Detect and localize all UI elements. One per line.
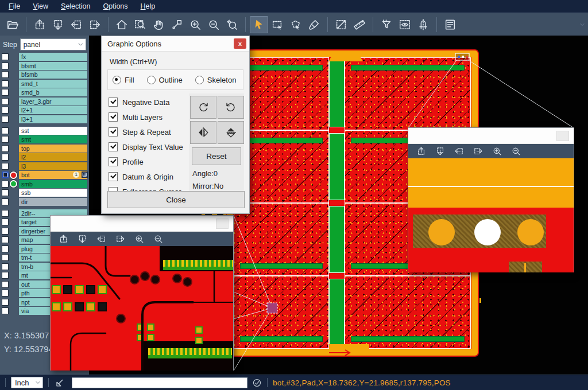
clear-brush-button[interactable]	[305, 16, 323, 33]
pan-hand-button[interactable]	[149, 16, 168, 33]
menu-view[interactable]: View	[26, 0, 55, 13]
filter-button[interactable]	[377, 16, 396, 33]
magnifier-window-right[interactable]	[408, 127, 574, 272]
shift-up-button[interactable]	[30, 16, 49, 33]
zoom-out-button[interactable]	[152, 233, 164, 245]
flip-horizontal-button[interactable]	[190, 121, 216, 144]
layer-checkbox[interactable]	[2, 80, 9, 87]
toolbar-overflow-icon[interactable]	[579, 21, 586, 28]
layer-checkbox[interactable]	[2, 228, 9, 235]
layer-row-bfsmb[interactable]: bfsmb	[0, 71, 89, 79]
layer-name[interactable]: bfsmb	[19, 71, 87, 79]
layer-name[interactable]: l3	[19, 162, 87, 170]
layer-checkbox[interactable]	[2, 71, 9, 78]
shift-left-button[interactable]	[95, 233, 107, 245]
command-input[interactable]	[72, 377, 247, 388]
magnifier-content[interactable]	[51, 246, 233, 370]
menu-help[interactable]: Help	[134, 0, 162, 13]
layer-name[interactable]: l3+1	[19, 115, 87, 123]
open-file-button[interactable]	[3, 16, 22, 33]
unit-select[interactable]: Inch	[11, 377, 43, 388]
checkbox-step-repeat[interactable]: Step & Repeat	[109, 124, 183, 139]
layer-row-dir[interactable]: dir	[0, 198, 89, 206]
layer-name[interactable]: layer_3.gbr	[19, 98, 87, 106]
layer-checkbox[interactable]	[2, 307, 9, 314]
layer-row-bot[interactable]: bot1	[0, 171, 89, 179]
dialog-titlebar[interactable]: Graphic Options x	[102, 36, 249, 52]
layer-name[interactable]: top	[19, 145, 87, 153]
layer-checkbox[interactable]	[2, 127, 9, 134]
layer-name[interactable]: ssb	[19, 189, 87, 197]
layer-checkbox[interactable]	[2, 98, 9, 105]
layer-row-smb[interactable]: smb	[0, 180, 89, 188]
shift-up-button[interactable]	[415, 146, 427, 157]
layer-checkbox[interactable]	[2, 145, 9, 152]
layer-checkbox[interactable]	[2, 116, 9, 123]
snap-button[interactable]	[414, 16, 432, 33]
shift-right-button[interactable]	[114, 233, 126, 245]
checkbox-profile[interactable]: Profile	[109, 154, 183, 169]
shift-left-button[interactable]	[453, 146, 465, 157]
layer-checkbox[interactable]	[2, 53, 9, 60]
layer-row-l2[interactable]: l2	[0, 153, 89, 161]
magnifier-titlebar[interactable]	[408, 128, 574, 144]
layer-row-l3+1[interactable]: l3+1	[0, 115, 89, 123]
popup-close-button[interactable]	[556, 131, 569, 141]
shift-right-button[interactable]	[472, 146, 483, 157]
layer-checkbox[interactable]	[2, 89, 9, 96]
checkbox-negative-data[interactable]: Negative Data	[109, 95, 183, 110]
zoom-in-button[interactable]	[186, 16, 204, 33]
layer-checkbox[interactable]	[2, 181, 9, 188]
select-cursor-button[interactable]	[250, 16, 268, 33]
layer-row-sst[interactable]: sst	[0, 127, 89, 135]
layer-checkbox[interactable]	[2, 281, 9, 288]
layer-checkbox[interactable]	[2, 254, 9, 261]
layer-name[interactable]: sst	[19, 127, 87, 135]
close-button[interactable]: Close	[107, 191, 245, 208]
zoom-window-button[interactable]	[131, 16, 149, 33]
layer-checkbox[interactable]	[2, 163, 9, 170]
layer-row-smd_b[interactable]: smd_b	[0, 88, 89, 96]
layer-checkbox[interactable]	[2, 189, 9, 196]
layer-grid-icon[interactable]	[82, 171, 88, 178]
layer-name[interactable]: dir	[19, 198, 87, 206]
popup-close-button[interactable]	[216, 219, 229, 229]
layer-checkbox[interactable]	[2, 299, 9, 306]
magnifier-window-bottom[interactable]	[50, 215, 234, 370]
shift-right-button[interactable]	[86, 16, 104, 33]
menu-options[interactable]: Options	[96, 0, 134, 13]
checkbox-datum-origin[interactable]: Datum & Origin	[109, 169, 183, 184]
measure-distance-button[interactable]	[332, 16, 350, 33]
radio-outline[interactable]: Outline	[147, 76, 183, 84]
shift-down-button[interactable]	[76, 233, 88, 245]
layer-checkbox[interactable]	[2, 171, 9, 178]
report-form-button[interactable]	[441, 16, 459, 33]
radio-skeleton[interactable]: Skeleton	[195, 76, 237, 84]
layer-row-smt[interactable]: smt	[0, 135, 89, 143]
checkbox-multi-layers[interactable]: Multi Layers	[109, 110, 183, 124]
layer-row-ssb[interactable]: ssb	[0, 189, 89, 197]
layer-row-smd_t[interactable]: smd_t	[0, 80, 89, 88]
menu-file[interactable]: File	[2, 0, 26, 13]
select-polygon-button[interactable]	[287, 16, 305, 33]
layer-name[interactable]: smb	[19, 180, 87, 188]
zoom-in-button[interactable]	[491, 146, 502, 157]
zoom-previous-button[interactable]	[223, 16, 241, 33]
layer-row-bfsmt[interactable]: bfsmt	[0, 62, 89, 70]
layer-checkbox[interactable]	[2, 63, 9, 69]
layer-name[interactable]: l2+1	[19, 106, 87, 114]
layer-name[interactable]: bfsmt	[19, 62, 87, 70]
move-view-button[interactable]	[168, 16, 186, 33]
layer-checkbox[interactable]	[2, 136, 9, 143]
layer-checkbox[interactable]	[2, 210, 9, 217]
layer-row-l2+1[interactable]: l2+1	[0, 106, 89, 114]
layer-row-l3[interactable]: l3	[0, 162, 89, 170]
rotate-ccw-button[interactable]	[218, 96, 244, 119]
shift-down-button[interactable]	[49, 16, 67, 33]
layer-row-top[interactable]: top	[0, 145, 89, 153]
magnifier-titlebar[interactable]	[51, 216, 233, 232]
layer-checkbox[interactable]	[2, 290, 9, 297]
layer-checkbox[interactable]	[2, 154, 9, 161]
shift-up-button[interactable]	[57, 233, 69, 245]
layer-row-layer_3.gbr[interactable]: layer_3.gbr	[0, 98, 89, 106]
